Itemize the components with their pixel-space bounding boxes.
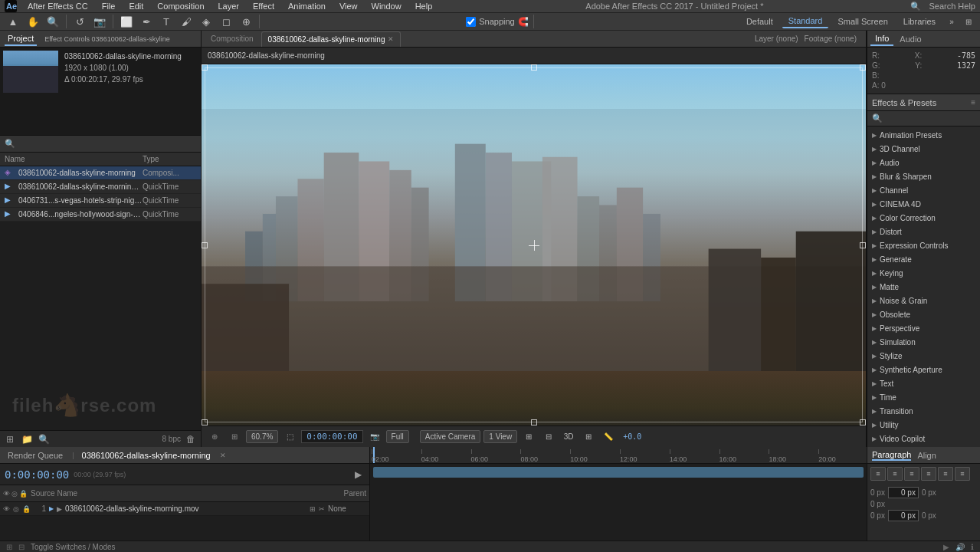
handle-mr[interactable] [860, 242, 866, 248]
timeline-comp-tab[interactable]: 038610062-dallas-skyline-morning [79, 449, 214, 462]
effect-color-correction[interactable]: ▶ Color Correction [867, 211, 980, 225]
paragraph-tab[interactable]: Paragraph [872, 450, 911, 461]
comp-tab-active[interactable]: 038610062-dallas-skyline-morning ✕ [261, 31, 402, 47]
view-select[interactable]: 1 View [483, 430, 517, 443]
search-help-label[interactable]: Search Help [929, 2, 975, 11]
effect-utility[interactable]: ▶ Utility [867, 418, 980, 432]
effects-search-input[interactable] [886, 114, 975, 123]
eraser-tool[interactable]: ◻ [218, 13, 234, 30]
effect-controls-tab[interactable]: Effect Controls 038610062-dallas-skyline [41, 35, 172, 43]
track-bar-0[interactable] [373, 467, 864, 478]
align-right-btn[interactable]: ≡ [904, 467, 919, 481]
project-search-bar[interactable]: 🔍 [0, 136, 201, 153]
menu-help[interactable]: Help [409, 0, 439, 12]
project-item[interactable]: ▶ 0406846...ngeles-hollywood-sign-cal.mo… [0, 208, 201, 222]
quality-btn[interactable]: Full [386, 430, 409, 443]
handle-br[interactable] [860, 419, 866, 426]
project-tab[interactable]: Project [5, 32, 37, 46]
handle-bm[interactable] [531, 419, 537, 426]
handle-tm[interactable] [531, 64, 537, 71]
effect-perspective[interactable]: ▶ Perspective [867, 321, 980, 335]
timeline-timecode[interactable]: 0:00:00:00 [5, 468, 69, 481]
menu-file[interactable]: File [96, 0, 122, 12]
hand-tool[interactable]: ✋ [25, 13, 41, 30]
effect-distort[interactable]: ▶ Distort [867, 225, 980, 238]
effect-audio[interactable]: ▶ Audio [867, 156, 980, 169]
view-standard[interactable]: Standard [782, 15, 829, 28]
effect-generate[interactable]: ▶ Generate [867, 252, 980, 266]
align-justify-all-btn[interactable]: ≡ [938, 467, 953, 481]
camera-tool[interactable]: 📷 [91, 13, 108, 30]
arrow-tool[interactable]: ▲ [5, 13, 21, 30]
handle-tr[interactable] [860, 64, 866, 71]
menu-layer[interactable]: Layer [212, 0, 246, 12]
brush-tool[interactable]: 🖌 [178, 13, 195, 30]
shape-tool[interactable]: ⬜ [118, 13, 135, 30]
stamp-tool[interactable]: ◈ [198, 13, 215, 30]
render-queue-tab[interactable]: Render Queue [5, 449, 66, 462]
preview-quality-btn[interactable]: ⊞ [226, 429, 243, 445]
delete-item-btn[interactable]: 🗑 [184, 432, 198, 446]
toggle-switches-label[interactable]: Toggle Switches / Modes [31, 543, 116, 551]
new-composition-btn[interactable]: ⊞ [3, 432, 17, 446]
menu-window[interactable]: Window [365, 0, 408, 12]
comp-viewport[interactable] [202, 64, 866, 426]
effect-cinema4d[interactable]: ▶ CINEMA 4D [867, 197, 980, 211]
handle-tl[interactable] [202, 64, 208, 71]
transparency-btn[interactable]: ⊞ [520, 429, 537, 445]
comp-tab-composition[interactable]: Composition [205, 31, 260, 47]
region-interest-btn[interactable]: ⬚ [281, 429, 298, 445]
layer-effects-icon[interactable]: ⊞ [310, 505, 316, 513]
find-btn[interactable]: 🔍 [37, 432, 51, 446]
timeline-tab-close[interactable]: ✕ [220, 452, 226, 459]
audio-tab[interactable]: Audio [895, 33, 926, 45]
align-left-btn[interactable]: ≡ [870, 467, 886, 481]
effect-expression-controls[interactable]: ▶ Expression Controls [867, 238, 980, 252]
indent-input-2[interactable] [888, 510, 919, 521]
effect-time[interactable]: ▶ Time [867, 390, 980, 404]
effect-blur-sharpen[interactable]: ▶ Blur & Sharpen [867, 169, 980, 183]
snapshot-btn[interactable]: 📷 [366, 429, 383, 445]
effect-noise-grain[interactable]: ▶ Noise & Grain [867, 294, 980, 307]
effect-simulation[interactable]: ▶ Simulation [867, 335, 980, 349]
effect-video-copilot[interactable]: ▶ Video Copilot [867, 432, 980, 445]
menu-aftereffects[interactable]: After Effects CC [21, 0, 94, 12]
text-tool[interactable]: T [158, 13, 175, 30]
project-item[interactable]: ▶ 0406731...s-vegas-hotels-strip-night.m… [0, 194, 201, 208]
view-libraries[interactable]: Libraries [897, 15, 942, 28]
timeline-tracks[interactable] [370, 464, 867, 540]
handle-ml[interactable] [202, 242, 208, 248]
effect-synthetic-aperture[interactable]: ▶ Synthetic Aperture [867, 363, 980, 376]
timecode-display[interactable]: 0:00:00:00 [301, 430, 362, 443]
panel-options-btn[interactable]: ⊞ [962, 15, 975, 28]
align-center-btn[interactable]: ≡ [887, 467, 903, 481]
project-item[interactable]: ▶ 038610062-dallas-skyline-morning.mov Q… [0, 180, 201, 194]
project-item[interactable]: ◈ 038610062-dallas-skyline-morning Compo… [0, 166, 201, 180]
rulers-btn[interactable]: 📏 [600, 429, 617, 445]
handle-bl[interactable] [202, 419, 208, 426]
menu-effect[interactable]: Effect [247, 0, 280, 12]
info-tab[interactable]: Info [870, 32, 893, 46]
effect-text[interactable]: ▶ Text [867, 376, 980, 390]
effect-matte[interactable]: ▶ Matte [867, 280, 980, 294]
expand-panels-btn[interactable]: » [945, 15, 959, 28]
effect-stylize[interactable]: ▶ Stylize [867, 349, 980, 363]
bpc-display[interactable]: 8 bpc [162, 435, 181, 443]
effect-obsolete[interactable]: ▶ Obsolete [867, 307, 980, 321]
transport-play-btn[interactable]: ▶ [351, 468, 365, 481]
pen-tool[interactable]: ✒ [138, 13, 155, 30]
zoom-tool[interactable]: 🔍 [44, 13, 61, 30]
effects-panel-menu[interactable]: ≡ [971, 98, 975, 107]
timeline-layer-row[interactable]: 👁 ◎ 🔒 1 ▶ ▶ 038610062-dallas-skyline-mor… [0, 502, 369, 516]
effect-keying[interactable]: ▶ Keying [867, 266, 980, 280]
menu-composition[interactable]: Composition [151, 0, 210, 12]
always-preview-btn[interactable]: ⊕ [206, 429, 223, 445]
align-tab[interactable]: Align [917, 451, 936, 460]
layer-blend-icon[interactable]: ✂ [319, 505, 325, 513]
effect-3d-channel[interactable]: ▶ 3D Channel [867, 142, 980, 156]
effects-search-bar[interactable]: 🔍 [867, 111, 980, 127]
layer-visibility-btn[interactable]: 👁 [3, 505, 10, 513]
indent-input-0[interactable] [888, 487, 919, 498]
effect-transition[interactable]: ▶ Transition [867, 404, 980, 418]
snapping-checkbox[interactable] [466, 17, 476, 27]
